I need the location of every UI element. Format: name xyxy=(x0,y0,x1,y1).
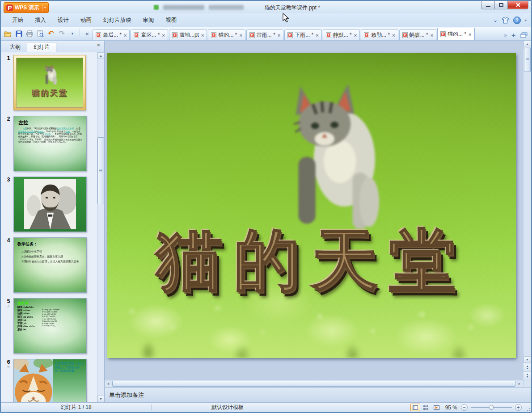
thumb-canvas[interactable]: 教学任务： 1.识记文中生字词 2.体会猫的形象意义，把握文章主题 3.理解作者… xyxy=(13,237,87,293)
doc-tab[interactable]: 蚂蚁... * × xyxy=(399,30,436,40)
thumb-story-text: 安戈兰出产的猫，冬天的晚上，它坐在火炉旁，给我讲故事。 xyxy=(55,362,84,373)
scroll-up-icon[interactable]: ▲ xyxy=(524,41,531,47)
app-menu-caret-icon[interactable]: ▾ xyxy=(44,6,46,9)
undo-dropdown-icon[interactable]: ▾ xyxy=(68,29,77,38)
panel-scrollbar[interactable]: ▲ ▼ xyxy=(97,52,104,402)
tab-close-icon[interactable]: × xyxy=(162,33,165,38)
collapse-tabs-icon[interactable]: « xyxy=(83,29,92,38)
doc-tab[interactable]: 静默... * × xyxy=(323,30,360,40)
thumb-canvas[interactable]: 安戈兰出产的猫，冬天的晚上，它坐在火炉旁，给我讲故事。 xyxy=(13,359,87,402)
tab-close-icon[interactable]: × xyxy=(201,33,204,38)
more-tabs-icon[interactable]: » xyxy=(504,32,507,38)
zoom-level: 95 % xyxy=(445,405,457,411)
slide-thumb-6[interactable]: 6 ☆ xyxy=(4,359,104,402)
help-caret-icon[interactable]: ▾ xyxy=(525,18,527,22)
slide-thumb-3[interactable]: 3 xyxy=(4,177,104,232)
zoom-slider-track[interactable] xyxy=(471,407,512,408)
menu-design[interactable]: 设计 xyxy=(52,13,75,27)
slideshow-button[interactable] xyxy=(432,404,442,411)
new-document-icon[interactable]: + xyxy=(511,32,515,38)
doc-tab[interactable]: 雷雨... * × xyxy=(246,30,283,40)
scroll-up-icon[interactable]: ▲ xyxy=(97,52,104,59)
normal-view-button[interactable] xyxy=(410,404,420,411)
tab-close-icon[interactable]: × xyxy=(278,33,280,38)
horizontal-scrollbar[interactable]: ◄ ► xyxy=(105,380,523,387)
selected-thumb-frame[interactable]: 猫的天堂 xyxy=(13,55,86,110)
open-folder-icon[interactable] xyxy=(4,29,13,38)
doc-tab[interactable]: 下雨... * × xyxy=(284,30,321,40)
panel-scroll-thumb[interactable] xyxy=(97,137,104,204)
skin-shirt-icon[interactable] xyxy=(502,17,509,24)
wps-app-button[interactable]: WPS 演示 ▾ xyxy=(4,2,49,13)
design-template-label: 默认设计模板 xyxy=(152,404,304,411)
print-icon[interactable] xyxy=(25,29,34,38)
slide-canvas-area[interactable]: 猫的天堂 xyxy=(105,41,523,380)
panel-close-icon[interactable]: × xyxy=(97,42,100,48)
v-scroll-track[interactable] xyxy=(524,72,531,356)
slide-thumb-4[interactable]: 4 教学任务： 1.识记文中生字词 2.体会猫的形象意义，把握文章主题 3.理解… xyxy=(4,237,104,293)
tab-outline[interactable]: 大纲 xyxy=(4,42,27,52)
print-preview-icon[interactable] xyxy=(36,29,45,38)
slide-thumb-1[interactable]: 1 xyxy=(4,55,104,110)
thumb-canvas[interactable]: 左拉 法国作家。19世纪后半期法国重要的批判现实主义作家，也是自然主义文学流派的… xyxy=(13,116,87,171)
v-scroll-thumb[interactable] xyxy=(524,48,531,72)
resize-grip[interactable] xyxy=(525,406,530,411)
thumb-canvas[interactable] xyxy=(13,177,87,232)
doc-tab[interactable]: 猫的... * × xyxy=(208,30,245,40)
zoom-out-button[interactable]: − xyxy=(461,404,468,411)
slide-number: 4 xyxy=(4,237,13,244)
slide-title-textbox[interactable]: 猫的天堂 xyxy=(107,225,516,295)
ribbon-collapse-icon[interactable]: ⌄ xyxy=(493,17,498,23)
doc-tab-active[interactable]: 猫的... * × xyxy=(437,28,474,40)
menu-home[interactable]: 开始 xyxy=(6,13,29,27)
vocab-item: 颟顸 mān hān xyxy=(17,306,42,309)
tab-close-icon[interactable]: × xyxy=(239,33,242,38)
scroll-right-icon[interactable]: ► xyxy=(516,382,523,385)
notes-pane[interactable]: 单击添加备注 xyxy=(105,387,531,402)
tab-close-icon[interactable]: × xyxy=(431,33,433,38)
tab-close-icon[interactable]: × xyxy=(392,33,395,38)
slide-thumb-5[interactable]: 5 ☆ 生字词 颟顸 mān hān 腻烦 nì fán 讪笑 shàn xyxy=(4,298,104,354)
tab-close-icon[interactable]: × xyxy=(469,32,471,37)
thumb-title: 左拉 xyxy=(18,119,83,126)
menu-insert[interactable]: 插入 xyxy=(29,13,52,27)
doc-tab[interactable]: 雪地...pt × xyxy=(169,30,207,40)
menu-view[interactable]: 视图 xyxy=(160,13,183,27)
tab-slides[interactable]: 幻灯片 xyxy=(27,42,56,52)
doc-tab[interactable]: 童区... * × xyxy=(131,30,168,40)
thumb-canvas[interactable]: 猫的天堂 xyxy=(16,58,83,108)
jumping-cat-image[interactable] xyxy=(277,67,385,238)
menu-review[interactable]: 审阅 xyxy=(137,13,160,27)
help-icon[interactable]: ? xyxy=(513,17,521,24)
close-button[interactable] xyxy=(508,1,528,9)
scroll-down-icon[interactable]: ▼ xyxy=(524,356,531,363)
previous-slide-button[interactable]: ▲▲ xyxy=(524,363,531,371)
scroll-left-icon[interactable]: ◄ xyxy=(105,382,112,385)
tab-close-icon[interactable]: × xyxy=(354,33,357,38)
view-switcher xyxy=(410,404,442,411)
tab-close-icon[interactable]: × xyxy=(316,33,318,38)
scroll-down-icon[interactable]: ▼ xyxy=(97,396,104,402)
zoom-slider-handle[interactable] xyxy=(489,405,494,410)
redo-icon[interactable]: ↷ xyxy=(57,29,66,38)
wps-logo-icon xyxy=(6,4,13,11)
thumb-canvas[interactable]: 生字词 颟顸 mān hān 腻烦 nì fán 讪笑 shàn 诅咒 zǔ z… xyxy=(13,298,87,354)
maximize-button[interactable] xyxy=(495,1,508,9)
tab-close-icon[interactable]: × xyxy=(124,33,127,38)
undo-icon[interactable]: ↶ xyxy=(46,29,55,38)
slide-thumb-2[interactable]: 2 左拉 法国作家。19世纪后半期法国重要的批判现实主义作家，也是自然主义文学流… xyxy=(4,116,104,171)
minimize-button[interactable] xyxy=(481,1,495,9)
save-icon[interactable] xyxy=(14,29,23,38)
doc-tab[interactable]: 敕勒... * × xyxy=(361,30,398,40)
menu-slideshow[interactable]: 幻灯片放映 xyxy=(97,13,137,27)
slide-sorter-button[interactable] xyxy=(421,404,431,411)
next-slide-button[interactable]: ▼▼ xyxy=(524,371,531,380)
ppt-file-icon xyxy=(172,32,177,38)
slide-1-canvas[interactable]: 猫的天堂 xyxy=(107,53,516,358)
vertical-scrollbar[interactable]: ▲ ▼ ▲▲ ▼▼ xyxy=(523,41,531,380)
arrange-windows-icon[interactable] xyxy=(520,32,528,38)
zoom-in-button[interactable]: + xyxy=(515,404,522,411)
h-scroll-thumb[interactable] xyxy=(112,381,515,387)
menu-animation[interactable]: 动画 xyxy=(75,13,97,27)
doc-tab[interactable]: 最后... * × xyxy=(93,30,130,40)
